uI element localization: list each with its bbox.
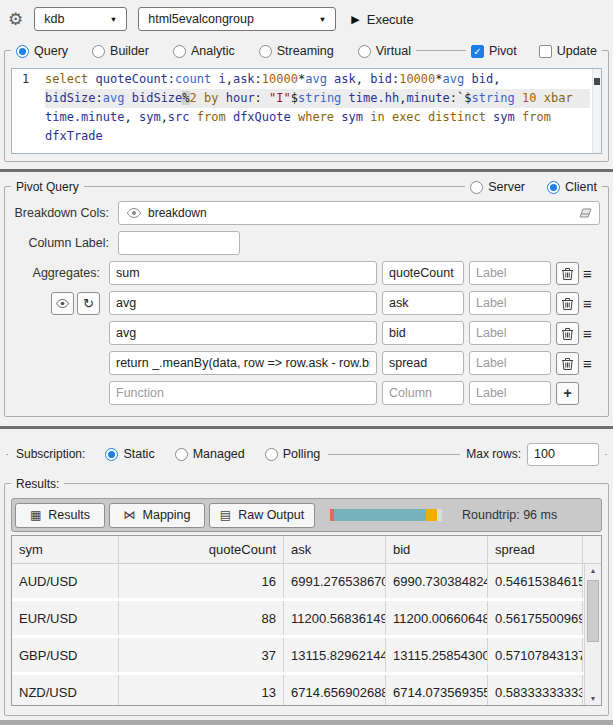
query-mode-radiogroup: QueryBuilderAnalyticStreamingVirtual [11, 44, 416, 58]
toggle-pivot[interactable]: ✓Pivot [471, 44, 517, 58]
aggregate-row-actions: ≡ [556, 262, 600, 285]
trash-icon[interactable] [556, 262, 579, 285]
aggregate-label-input[interactable] [469, 351, 551, 375]
column-header-bid[interactable]: bid [386, 536, 488, 563]
results-tab-label: Results [48, 508, 90, 522]
drag-handle-icon[interactable]: ≡ [583, 326, 592, 341]
aggregate-label-input[interactable] [469, 261, 551, 285]
breakdown-value: breakdown [148, 206, 207, 220]
aggregates-section: Aggregates:≡↻≡≡≡+ [5, 261, 608, 405]
table-row[interactable]: EUR/USD8811200.56836149711200.0066064880… [12, 601, 601, 635]
query-mode-label: Analytic [191, 44, 235, 58]
execute-button[interactable]: ▶ Execute [351, 12, 413, 27]
radio-icon [259, 45, 272, 58]
eraser-icon[interactable] [579, 208, 592, 222]
drag-handle-icon[interactable]: ≡ [583, 266, 592, 281]
query-code-editor[interactable]: 1 select quoteCount:count i,ask:10000*av… [11, 68, 602, 154]
eye-button[interactable] [51, 292, 74, 315]
settings-gear-icon[interactable]: ⚙ [8, 11, 23, 28]
aggregate-label-input[interactable] [469, 381, 551, 405]
results-tab-results[interactable]: ▦Results [15, 503, 105, 528]
aggregate-function-input[interactable] [109, 381, 377, 405]
results-legend-row: Results: [11, 475, 602, 493]
toggle-update[interactable]: Update [539, 44, 597, 58]
results-table: symquoteCountaskbidspread AUD/USD166991.… [11, 535, 602, 706]
table-cell: 11200.006606488 [386, 601, 488, 635]
query-mode-label: Virtual [376, 44, 411, 58]
radio-icon [265, 448, 278, 461]
breakdown-input[interactable]: breakdown [118, 201, 600, 225]
subscription-radiogroup: StaticManagedPolling [105, 447, 320, 461]
aggregate-function-input[interactable] [109, 321, 377, 345]
connection-group-select[interactable]: html5evalcongroup ▼ [138, 7, 336, 31]
pivot-legend-row: Pivot Query ServerClient [11, 178, 602, 196]
table-cell: NZD/USD [12, 675, 119, 706]
aggregate-label-input[interactable] [469, 291, 551, 315]
aggregate-function-input[interactable] [109, 291, 377, 315]
results-groupbox: Results: ▦Results⋈Mapping▤Raw Output Rou… [4, 483, 609, 716]
query-mode-radio-analytic[interactable]: Analytic [173, 44, 235, 58]
editor-scrollbar-thumb[interactable] [594, 78, 600, 85]
progress-segment-success [334, 509, 426, 521]
query-mode-radio-query[interactable]: Query [16, 44, 68, 58]
trash-icon[interactable] [556, 352, 579, 375]
pivot-target-radio-client[interactable]: Client [547, 180, 597, 194]
results-tab-mapping[interactable]: ⋈Mapping [109, 503, 205, 528]
drag-handle-icon[interactable]: ≡ [583, 356, 592, 371]
subscription-radio-managed[interactable]: Managed [175, 447, 245, 461]
aggregate-function-input[interactable] [109, 351, 377, 375]
aggregate-function-input[interactable] [109, 261, 377, 285]
query-mode-radio-streaming[interactable]: Streaming [259, 44, 334, 58]
table-scrollbar[interactable]: ▲ ▼ [584, 564, 601, 705]
table-row[interactable]: NZD/USD136714.65690268836714.07356935500… [12, 675, 601, 706]
aggregate-column-input[interactable] [382, 381, 464, 405]
column-header-quoteCount[interactable]: quoteCount [119, 536, 284, 563]
query-mode-label: Streaming [277, 44, 334, 58]
column-header-ask[interactable]: ask [284, 536, 386, 563]
query-mode-radio-virtual[interactable]: Virtual [358, 44, 411, 58]
play-icon: ▶ [351, 13, 359, 26]
aggregate-label-input[interactable] [469, 321, 551, 345]
scroll-up-icon[interactable]: ▲ [585, 567, 601, 574]
table-cell: 0.5710784313725 [488, 638, 583, 672]
max-rows-input[interactable] [527, 443, 599, 466]
column-header-sym[interactable]: sym [12, 536, 119, 563]
drag-handle-icon[interactable]: ≡ [583, 296, 592, 311]
table-scrollbar-thumb[interactable] [587, 580, 599, 642]
pivot-target-label: Client [565, 180, 597, 194]
toggle-label: Pivot [489, 44, 517, 58]
subscription-option-label: Managed [193, 447, 245, 461]
subscription-radio-polling[interactable]: Polling [265, 447, 321, 461]
trash-icon[interactable] [556, 322, 579, 345]
column-header-spread[interactable]: spread [488, 536, 583, 563]
table-row[interactable]: GBP/USD3713115.82962144613115.2585430080… [12, 638, 601, 672]
aggregate-column-input[interactable] [382, 261, 464, 285]
aggregate-row: ↻≡ [5, 291, 600, 315]
subscription-radio-static[interactable]: Static [105, 447, 154, 461]
refresh-button[interactable]: ↻ [77, 292, 100, 315]
results-tab-raw-output[interactable]: ▤Raw Output [209, 503, 315, 528]
table-body: AUD/USD166991.27653867046990.73038482420… [12, 564, 601, 706]
column-label-input[interactable] [118, 231, 240, 255]
pivot-target-radio-server[interactable]: Server [470, 180, 525, 194]
aggregate-column-input[interactable] [382, 321, 464, 345]
trash-icon[interactable] [556, 292, 579, 315]
subscription-group: Subscription: StaticManagedPolling [8, 447, 328, 461]
scroll-down-icon[interactable]: ▼ [585, 695, 601, 702]
connection-type-select[interactable]: kdb ▼ [34, 7, 127, 31]
aggregate-column-input[interactable] [382, 291, 464, 315]
splitter-handle[interactable] [0, 169, 613, 172]
splitter-handle[interactable] [0, 426, 613, 429]
aggregate-column-input[interactable] [382, 351, 464, 375]
column-label-label: Column Label: [5, 236, 118, 250]
results-tab-label: Mapping [143, 508, 191, 522]
table-row[interactable]: AUD/USD166991.27653867046990.73038482420… [12, 564, 601, 598]
chevron-down-icon: ▼ [319, 15, 326, 24]
add-aggregate-button[interactable]: + [556, 382, 579, 405]
table-cell: GBP/USD [12, 638, 119, 672]
query-mode-radio-builder[interactable]: Builder [92, 44, 149, 58]
max-rows-group: Max rows: [460, 443, 605, 466]
radio-icon [92, 45, 105, 58]
editor-scrollbar[interactable] [592, 69, 601, 153]
code-area[interactable]: select quoteCount:count i,ask:10000*avg … [39, 69, 592, 153]
